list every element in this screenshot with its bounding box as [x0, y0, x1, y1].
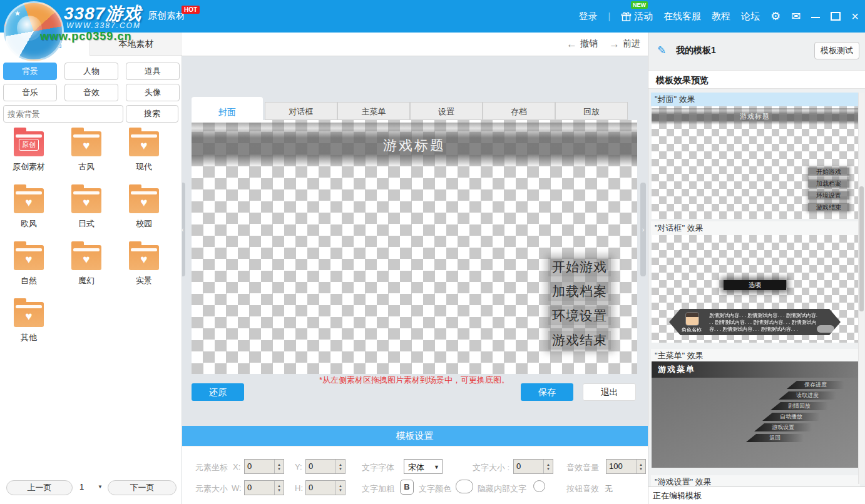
folder-realscene[interactable]: ♥ 实景 — [115, 240, 173, 286]
button-sound-value[interactable]: 无 — [605, 483, 613, 495]
mm-item-back: 返回 — [746, 434, 804, 442]
canvas-button-start-game[interactable]: 开始游戏 — [548, 258, 611, 276]
category-sound[interactable]: 音效 — [64, 84, 118, 101]
edit-name-pencil-icon[interactable]: ✎ — [657, 44, 666, 57]
mm-item-autoplay: 自动播放 — [762, 413, 820, 421]
editor-area: ← 撤销 → 前进 封面 对话框 主菜单 设置 存档 回放 游戏标题 开始游戏 … — [182, 33, 648, 504]
search-input[interactable] — [3, 105, 123, 123]
folder-fantasy[interactable]: ♥ 魔幻 — [58, 240, 115, 286]
heart-icon: ♥ — [71, 139, 101, 153]
canvas-button-load-save[interactable]: 加载档案 — [548, 282, 611, 301]
folder-modern[interactable]: ♥ 现代 — [115, 126, 173, 173]
font-size-stepper[interactable]: 0 ▲▼ — [513, 459, 553, 474]
preview-menu-start: 开始游戏 — [808, 168, 849, 176]
stepper-arrows[interactable]: ▲▼ — [636, 460, 645, 473]
login-link[interactable]: 登录 — [578, 11, 597, 23]
scene-tab-save[interactable]: 存档 — [483, 102, 555, 120]
preview-menu-load: 加载档案 — [808, 179, 849, 188]
canvas-button-env-settings[interactable]: 环境设置 — [548, 306, 611, 325]
folder-nature[interactable]: ♥ 自然 — [0, 240, 58, 286]
app-window: 登录 | NEW 活动 在线客服 教程 论坛 ⚙ ✉ × 3387游戏 W — [0, 0, 865, 504]
heart-icon: ♥ — [71, 196, 101, 209]
next-page-button[interactable]: 下一页 — [108, 480, 177, 495]
header-divider: | — [608, 11, 610, 21]
folder-original[interactable]: 原创 原创素材 — [0, 126, 58, 173]
folder-icon: 原创 — [14, 131, 44, 156]
maximize-button[interactable] — [831, 12, 841, 21]
preview-scrollbar[interactable] — [858, 93, 864, 484]
preview-option-button: 选项 — [724, 280, 786, 290]
close-button[interactable]: × — [851, 10, 859, 23]
dialog-next-pill — [817, 325, 834, 333]
folder-campus[interactable]: ♥ 校园 — [115, 183, 173, 229]
folder-ancient[interactable]: ♥ 古风 — [58, 126, 115, 173]
heart-icon: ♥ — [14, 196, 44, 209]
scene-canvas[interactable]: 游戏标题 开始游戏 加载档案 环境设置 游戏结束 — [192, 120, 637, 374]
category-prop[interactable]: 道具 — [126, 63, 180, 80]
search-button[interactable]: 搜索 — [126, 105, 178, 123]
activity-link[interactable]: NEW 活动 — [621, 11, 653, 23]
settings-gear-icon[interactable]: ⚙ — [770, 11, 781, 22]
prev-page-button[interactable]: 上一页 — [6, 480, 73, 495]
game-title-banner[interactable]: 游戏标题 — [192, 123, 637, 166]
x-label: X: — [233, 462, 240, 471]
save-button[interactable]: 保存 — [521, 383, 573, 401]
page-number[interactable]: 1 — [79, 482, 84, 491]
forum-link[interactable]: 论坛 — [741, 11, 760, 23]
volume-label: 音效音量 — [566, 462, 599, 473]
scene-tab-dialog[interactable]: 对话框 — [265, 102, 337, 120]
height-stepper[interactable]: 0 ▲▼ — [305, 480, 345, 495]
stepper-arrows[interactable]: ▲▼ — [335, 460, 345, 473]
template-test-button[interactable]: 模板测试 — [814, 42, 859, 59]
scene-tab-mainmenu[interactable]: 主菜单 — [337, 102, 410, 120]
scrollbar-thumb[interactable] — [859, 186, 864, 311]
tutorial-link[interactable]: 教程 — [712, 11, 730, 23]
restore-button[interactable]: 还原 — [192, 383, 244, 401]
font-label: 文字字体 — [362, 462, 394, 473]
heart-icon: ♥ — [129, 253, 159, 266]
nav-original-material[interactable]: 原创素材 — [148, 10, 185, 22]
scene-tab-cover[interactable]: 封面 — [192, 97, 263, 123]
minimize-icon — [811, 17, 820, 18]
folder-european[interactable]: ♥ 欧风 — [0, 183, 58, 229]
minimize-button[interactable] — [811, 14, 820, 18]
folder-icon: ♥ — [71, 188, 101, 213]
stepper-arrows[interactable]: ▲▼ — [543, 460, 553, 473]
y-coordinate-stepper[interactable]: 0 ▲▼ — [305, 459, 345, 474]
text-color-picker[interactable] — [456, 480, 473, 493]
folder-icon: ♥ — [129, 245, 159, 270]
category-music[interactable]: 音乐 — [3, 84, 57, 101]
stepper-arrows[interactable]: ▲▼ — [335, 481, 345, 495]
preview-heading: 模板效果预览 — [648, 70, 865, 89]
folder-japanese[interactable]: ♥ 日式 — [58, 183, 115, 229]
width-stepper[interactable]: 0 ▲▼ — [244, 480, 284, 495]
sound-volume-stepper[interactable]: 100 ▲▼ — [606, 459, 646, 474]
character-name: 角色名称 — [674, 326, 709, 333]
category-character[interactable]: 人物 — [64, 63, 118, 80]
scene-tab-settings[interactable]: 设置 — [410, 102, 483, 120]
scene-tab-replay[interactable]: 回放 — [555, 102, 628, 120]
bold-toggle-button[interactable]: B — [400, 480, 414, 495]
collapse-right-handle[interactable]: › — [640, 183, 646, 276]
hide-text-label: 隐藏内部文字 — [478, 483, 526, 495]
mail-icon[interactable]: ✉ — [791, 11, 801, 22]
category-background[interactable]: 背景 — [3, 63, 57, 80]
stepper-arrows[interactable]: ▲▼ — [274, 460, 284, 473]
exit-button[interactable]: 退出 — [583, 383, 636, 401]
app-logo-subtitle: WWW.3387.COM — [66, 21, 141, 30]
redo-arrow-icon: → — [609, 39, 620, 49]
heart-icon: ♥ — [71, 253, 101, 266]
heart-icon: ♥ — [14, 253, 44, 266]
folder-other[interactable]: ♥ 其他 — [0, 297, 58, 343]
customer-service-link[interactable]: 在线客服 — [663, 11, 701, 23]
hide-text-checkbox[interactable] — [533, 480, 545, 492]
maximize-icon — [831, 12, 841, 21]
font-family-select[interactable]: 宋体 ▼ — [404, 459, 443, 474]
redo-button[interactable]: → 前进 — [609, 38, 640, 49]
undo-button[interactable]: ← 撤销 — [566, 38, 598, 49]
page-caret-down-icon[interactable]: ▼ — [98, 484, 103, 490]
canvas-button-game-end[interactable]: 游戏结束 — [548, 331, 611, 350]
x-coordinate-stepper[interactable]: 0 ▲▼ — [244, 459, 284, 474]
stepper-arrows[interactable]: ▲▼ — [274, 481, 284, 495]
category-avatar[interactable]: 头像 — [126, 84, 180, 101]
